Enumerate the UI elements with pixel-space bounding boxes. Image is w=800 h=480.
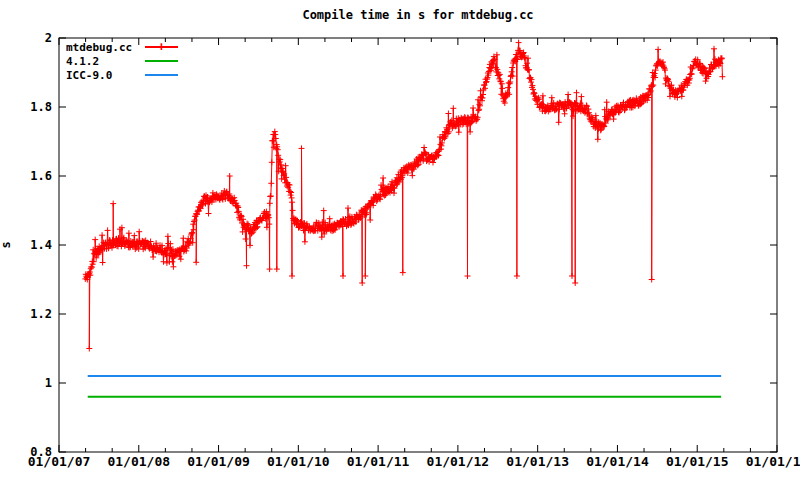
legend-item-mtdebug: mtdebug.cc + <box>66 40 178 54</box>
legend-sample <box>145 68 178 82</box>
svg-text:0.8: 0.8 <box>30 445 52 459</box>
legend-label: 4.1.2 <box>66 55 145 68</box>
line-marker-icon <box>145 54 178 68</box>
legend: mtdebug.cc + 4.1.2 ICC-9.0 <box>66 40 178 82</box>
svg-text:1.6: 1.6 <box>30 169 52 183</box>
legend-sample: + <box>145 40 178 54</box>
legend-sample <box>145 54 178 68</box>
svg-text:01/01/11: 01/01/11 <box>347 454 410 469</box>
svg-text:01/01/09: 01/01/09 <box>187 454 250 469</box>
svg-text:01/01/10: 01/01/10 <box>267 454 330 469</box>
svg-text:2: 2 <box>45 31 52 45</box>
svg-text:01/01/08: 01/01/08 <box>107 454 170 469</box>
svg-text:1.8: 1.8 <box>30 100 52 114</box>
svg-text:1: 1 <box>45 376 52 390</box>
plus-marker-icon: + <box>145 40 178 54</box>
svg-text:1.4: 1.4 <box>30 238 52 252</box>
legend-label: ICC-9.0 <box>66 69 145 82</box>
svg-text:01/01/13: 01/01/13 <box>506 454 569 469</box>
svg-text:01/01/12: 01/01/12 <box>427 454 490 469</box>
svg-text:01/01/15: 01/01/15 <box>666 454 729 469</box>
svg-text:01/01/14: 01/01/14 <box>586 454 649 469</box>
legend-item-icc90: ICC-9.0 <box>66 68 178 82</box>
legend-label: mtdebug.cc <box>66 41 145 54</box>
line-marker-icon <box>145 68 178 82</box>
chart-root: Compile time in s for mtdebug.cc s 01/01… <box>0 0 800 480</box>
legend-item-412: 4.1.2 <box>66 54 178 68</box>
svg-text:01/01/16: 01/01/16 <box>746 454 800 469</box>
svg-text:1.2: 1.2 <box>30 307 52 321</box>
